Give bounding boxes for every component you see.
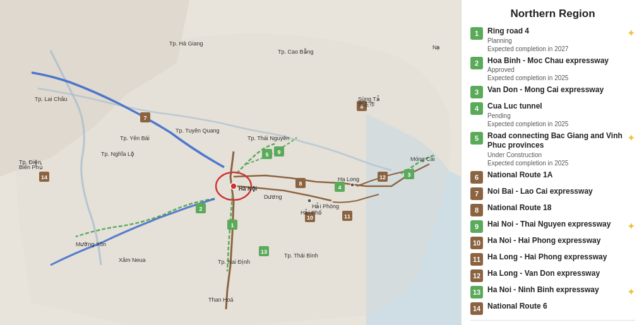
svg-text:Hải Phố: Hải Phố bbox=[301, 209, 322, 216]
svg-text:2: 2 bbox=[199, 206, 202, 212]
item-text-12: Ha Long - Van Don expressway bbox=[487, 269, 635, 279]
svg-text:崇左市: 崇左市 bbox=[358, 101, 375, 107]
route-status-1: Planning bbox=[487, 37, 623, 45]
num-badge-5: 5 bbox=[470, 132, 483, 145]
route-completion-1: Expected completion in 2027 bbox=[487, 45, 623, 53]
svg-text:14: 14 bbox=[41, 174, 47, 180]
svg-text:3: 3 bbox=[407, 172, 410, 178]
legend-item-5: 5Road connecting Bac Giang and Vinh Phuc… bbox=[470, 131, 635, 167]
svg-point-4 bbox=[350, 183, 354, 187]
svg-text:1: 1 bbox=[230, 222, 234, 228]
num-badge-8: 8 bbox=[470, 204, 483, 216]
legend-section: Northern Region 1Ring road 4PlanningExpe… bbox=[461, 0, 644, 325]
item-text-2: Hoa Binh - Moc Chau expresswayApprovedEx… bbox=[487, 56, 635, 83]
item-text-9: Hai Noi - Thai Nguyen expressway bbox=[487, 220, 623, 230]
star-icon-1: ✦ bbox=[627, 27, 635, 39]
num-badge-13: 13 bbox=[470, 286, 483, 298]
svg-text:Tp. Yên Bái: Tp. Yên Bái bbox=[120, 135, 150, 141]
route-status-4: Pending bbox=[487, 112, 635, 120]
num-badge-4: 4 bbox=[470, 102, 483, 115]
item-text-10: Ha Noi - Hai Phong expressway bbox=[487, 236, 635, 246]
svg-text:Tp. Tuyên Quang: Tp. Tuyên Quang bbox=[176, 127, 220, 134]
legend-item-8: 8National Route 18 bbox=[470, 203, 635, 216]
route-status-2: Approved bbox=[487, 66, 635, 74]
svg-text:11: 11 bbox=[344, 213, 350, 220]
svg-text:4: 4 bbox=[338, 184, 341, 191]
svg-text:Tp. Thái Nguyên: Tp. Thái Nguyên bbox=[247, 135, 289, 141]
route-name-2: Hoa Binh - Moc Chau expressway bbox=[487, 56, 635, 66]
svg-text:Ha Long: Ha Long bbox=[338, 176, 359, 182]
svg-text:Biên Phủ: Biên Phủ bbox=[19, 163, 43, 170]
route-name-8: National Route 18 bbox=[487, 203, 635, 213]
svg-text:5: 5 bbox=[265, 151, 268, 158]
item-text-5: Road connecting Bac Giang and Vinh Phuc … bbox=[487, 131, 623, 167]
svg-text:12: 12 bbox=[379, 174, 386, 180]
item-text-7: Noi Bai - Lao Cai expressway bbox=[487, 187, 635, 197]
svg-text:Dương: Dương bbox=[264, 194, 282, 200]
legend-item-9: 9Hai Noi - Thai Nguyen expressway✦ bbox=[470, 220, 635, 233]
item-text-13: Ha Noi - Ninh Binh expressway bbox=[487, 285, 623, 295]
svg-text:Tp. Thái Bình: Tp. Thái Bình bbox=[284, 252, 318, 259]
svg-text:Móng Cái: Móng Cái bbox=[410, 156, 435, 162]
svg-text:Mường Xôn: Mường Xôn bbox=[76, 241, 106, 247]
svg-text:Tp. Nai Định: Tp. Nai Định bbox=[218, 259, 250, 265]
num-badge-7: 7 bbox=[470, 187, 483, 200]
svg-text:8: 8 bbox=[299, 180, 302, 187]
item-text-3: Van Don - Mong Cai expressway bbox=[487, 85, 635, 95]
num-badge-10: 10 bbox=[470, 237, 483, 249]
route-name-3: Van Don - Mong Cai expressway bbox=[487, 85, 635, 95]
num-badge-14: 14 bbox=[470, 302, 483, 315]
num-badge-1: 1 bbox=[470, 27, 483, 40]
svg-text:Nạ: Nạ bbox=[432, 44, 441, 50]
route-name-4: Cua Luc tunnel bbox=[487, 102, 635, 112]
route-name-14: National Route 6 bbox=[487, 302, 635, 312]
legend-item-13: 13Ha Noi - Ninh Binh expressway✦ bbox=[470, 285, 635, 298]
svg-text:Xâm Neua: Xâm Neua bbox=[119, 257, 146, 263]
num-badge-2: 2 bbox=[470, 57, 483, 69]
route-name-6: National Route 1A bbox=[487, 170, 635, 180]
svg-text:Hà Nội: Hà Nội bbox=[239, 186, 257, 192]
route-name-11: Ha Long - Hai Phong expressway bbox=[487, 252, 635, 263]
route-name-7: Noi Bai - Lao Cai expressway bbox=[487, 187, 635, 197]
legend-item-14: 14National Route 6 bbox=[470, 302, 635, 315]
route-name-5: Road connecting Bac Giang and Vinh Phuc … bbox=[487, 131, 623, 151]
svg-text:Tp. Hà Giang: Tp. Hà Giang bbox=[169, 40, 203, 47]
route-completion-4: Expected completion in 2025 bbox=[487, 120, 635, 128]
legend-items: 1Ring road 4PlanningExpected completion … bbox=[470, 27, 635, 315]
legend-item-11: 11Ha Long - Hai Phong expressway bbox=[470, 252, 635, 266]
item-text-11: Ha Long - Hai Phong expressway bbox=[487, 252, 635, 263]
item-text-1: Ring road 4PlanningExpected completion i… bbox=[487, 27, 623, 53]
legend-title: Northern Region bbox=[470, 8, 635, 20]
legend-item-6: 6National Route 1A bbox=[470, 170, 635, 184]
num-badge-11: 11 bbox=[470, 253, 483, 266]
svg-text:Hải Phòng: Hải Phòng bbox=[312, 203, 339, 210]
star-icon-9: ✦ bbox=[627, 220, 635, 232]
legend-divider bbox=[470, 320, 635, 321]
legend-item-2: 2Hoa Binh - Moc Chau expresswayApprovedE… bbox=[470, 56, 635, 83]
svg-point-3 bbox=[307, 199, 311, 203]
map-section: 1 2 3 4 5 6 7 8 9 10 bbox=[0, 0, 461, 325]
star-icon-5: ✦ bbox=[627, 132, 635, 144]
legend-item-10: 10Ha Noi - Hai Phong expressway bbox=[470, 236, 635, 249]
svg-text:Than Hoá: Than Hoá bbox=[208, 297, 234, 303]
num-badge-12: 12 bbox=[470, 269, 483, 282]
route-status-5: Under Construction bbox=[487, 151, 623, 159]
item-text-8: National Route 18 bbox=[487, 203, 635, 213]
svg-text:Tp. Nghĩa Lộ: Tp. Nghĩa Lộ bbox=[101, 151, 134, 157]
legend-item-3: 3Van Don - Mong Cai expressway bbox=[470, 85, 635, 98]
legend-item-7: 7Noi Bai - Lao Cai expressway bbox=[470, 187, 635, 200]
star-icon-13: ✦ bbox=[627, 286, 635, 298]
route-name-9: Hai Noi - Thai Nguyen expressway bbox=[487, 220, 623, 230]
route-completion-2: Expected completion in 2025 bbox=[487, 74, 635, 82]
svg-point-2 bbox=[230, 183, 237, 189]
num-badge-3: 3 bbox=[470, 86, 483, 98]
route-name-1: Ring road 4 bbox=[487, 27, 623, 37]
svg-text:Tp. Cao Bằng: Tp. Cao Bằng bbox=[278, 48, 314, 55]
route-name-13: Ha Noi - Ninh Binh expressway bbox=[487, 285, 623, 295]
svg-text:7: 7 bbox=[143, 115, 146, 121]
legend-item-12: 12Ha Long - Van Don expressway bbox=[470, 269, 635, 282]
legend-item-4: 4Cua Luc tunnelPendingExpected completio… bbox=[470, 102, 635, 128]
svg-text:Tp. Lai Châu: Tp. Lai Châu bbox=[35, 96, 68, 102]
item-text-14: National Route 6 bbox=[487, 302, 635, 312]
item-text-4: Cua Luc tunnelPendingExpected completion… bbox=[487, 102, 635, 128]
